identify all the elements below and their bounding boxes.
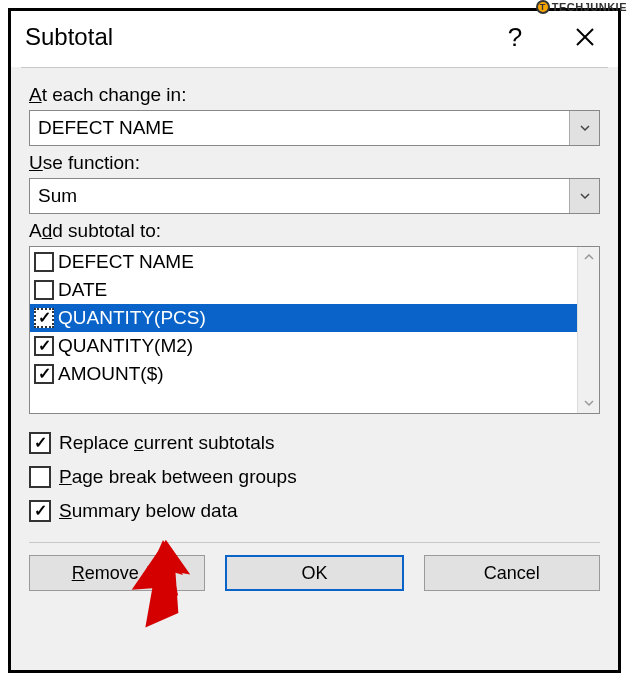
option-replace-label: Replace current subtotals [59, 432, 274, 454]
combo-use-function[interactable]: Sum [29, 178, 600, 214]
listbox-scrollbar[interactable] [577, 247, 599, 413]
chevron-up-icon [583, 251, 595, 263]
checkbox-icon [34, 252, 54, 272]
combo-change-in-dropdown[interactable] [569, 111, 599, 145]
title-bar: Subtotal ? [11, 11, 618, 67]
close-icon [575, 27, 595, 47]
cancel-button-label: Cancel [484, 563, 540, 584]
option-summary-label: Summary below data [59, 500, 237, 522]
label-change-in: At each change in: [29, 84, 600, 106]
checkbox-icon [34, 364, 54, 384]
dialog-body: At each change in: DEFECT NAME Use funct… [11, 68, 618, 670]
checkbox-icon [29, 500, 51, 522]
list-item-label: QUANTITY(M2) [58, 335, 193, 357]
remove-all-button[interactable]: Remove All [29, 555, 205, 591]
watermark: T TECHJUNKIE [536, 0, 627, 14]
option-replace-current[interactable]: Replace current subtotals [29, 432, 600, 454]
chevron-down-icon [583, 397, 595, 409]
list-item-label: DATE [58, 279, 107, 301]
list-item[interactable]: DATE [30, 276, 577, 304]
list-item-label: QUANTITY(PCS) [58, 307, 206, 329]
list-item-label: DEFECT NAME [58, 251, 194, 273]
dialog-title: Subtotal [25, 23, 492, 51]
combo-change-in-value: DEFECT NAME [30, 111, 569, 145]
list-item-label: AMOUNT($) [58, 363, 164, 385]
list-items: DEFECT NAMEDATEQUANTITY(PCS)QUANTITY(M2)… [30, 247, 577, 413]
chevron-down-icon [579, 122, 591, 134]
button-row: Remove All OK Cancel [29, 555, 600, 591]
list-item[interactable]: DEFECT NAME [30, 248, 577, 276]
subtotal-dialog: Subtotal ? At each change in: DEFECT NAM… [8, 8, 621, 673]
option-summary-below[interactable]: Summary below data [29, 500, 600, 522]
list-item[interactable]: QUANTITY(PCS) [30, 304, 577, 332]
watermark-text: TECHJUNKIE [552, 1, 627, 13]
chevron-down-icon [579, 190, 591, 202]
checkbox-icon [34, 336, 54, 356]
watermark-icon: T [536, 0, 550, 14]
label-add-subtotal: Add subtotal to: [29, 220, 600, 242]
checkbox-icon [29, 432, 51, 454]
combo-use-function-value: Sum [30, 179, 569, 213]
option-page-break-label: Page break between groups [59, 466, 297, 488]
option-page-break[interactable]: Page break between groups [29, 466, 600, 488]
cancel-button[interactable]: Cancel [424, 555, 600, 591]
help-button[interactable]: ? [492, 19, 538, 55]
button-separator [29, 542, 600, 543]
checkbox-icon [34, 280, 54, 300]
label-use-function: Use function: [29, 152, 600, 174]
ok-button[interactable]: OK [225, 555, 403, 591]
list-item[interactable]: QUANTITY(M2) [30, 332, 577, 360]
checkbox-icon [29, 466, 51, 488]
checkbox-icon [34, 308, 54, 328]
combo-change-in[interactable]: DEFECT NAME [29, 110, 600, 146]
close-button[interactable] [562, 19, 608, 55]
combo-use-function-dropdown[interactable] [569, 179, 599, 213]
ok-button-label: OK [301, 563, 327, 584]
add-subtotal-listbox[interactable]: DEFECT NAMEDATEQUANTITY(PCS)QUANTITY(M2)… [29, 246, 600, 414]
list-item[interactable]: AMOUNT($) [30, 360, 577, 388]
